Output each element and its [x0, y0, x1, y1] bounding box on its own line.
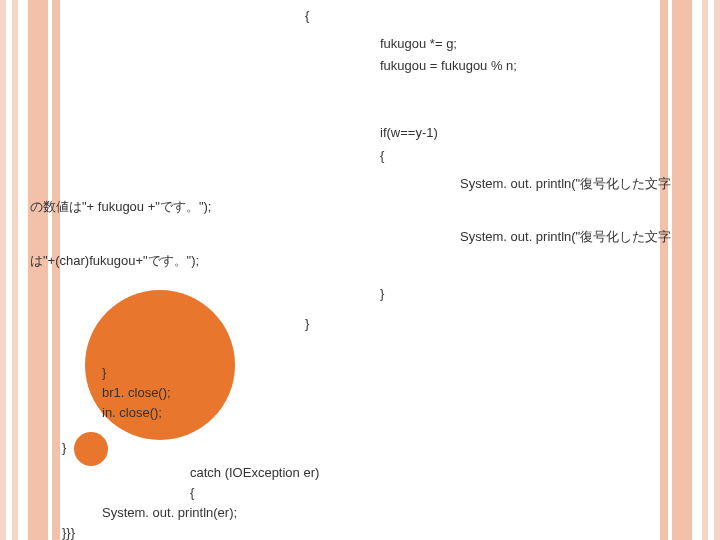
decor-stripe — [18, 0, 28, 540]
code-line: { — [380, 148, 384, 163]
decor-stripe — [708, 0, 714, 540]
decor-circle-small — [74, 432, 108, 466]
code-line: }}} — [62, 525, 75, 540]
code-line: } — [380, 286, 384, 301]
code-line: in. close(); — [102, 405, 162, 420]
code-line: } — [62, 440, 66, 455]
decor-stripe — [672, 0, 692, 540]
code-line: } — [102, 365, 106, 380]
code-line: の数値は"+ fukugou +"です。"); — [30, 198, 211, 216]
code-line: System. out. println("復号化した文字 — [460, 175, 671, 193]
code-line: System. out. println("復号化した文字 — [460, 228, 671, 246]
code-line: fukugou = fukugou % n; — [380, 58, 517, 73]
code-line: は"+(char)fukugou+"です。"); — [30, 252, 199, 270]
code-line: } — [305, 316, 309, 331]
decor-stripe — [28, 0, 48, 540]
code-line: if(w==y-1) — [380, 125, 438, 140]
code-line: br1. close(); — [102, 385, 171, 400]
decor-stripe — [714, 0, 720, 540]
code-line: { — [190, 485, 194, 500]
decor-stripe — [692, 0, 702, 540]
code-line: System. out. println(er); — [102, 505, 237, 520]
decor-stripe — [52, 0, 60, 540]
decor-stripe — [660, 0, 668, 540]
decor-stripe — [668, 0, 672, 540]
code-line: catch (IOException er) — [190, 465, 319, 480]
code-line: { — [305, 8, 309, 23]
decor-stripe — [702, 0, 708, 540]
code-line: fukugou *= g; — [380, 36, 457, 51]
